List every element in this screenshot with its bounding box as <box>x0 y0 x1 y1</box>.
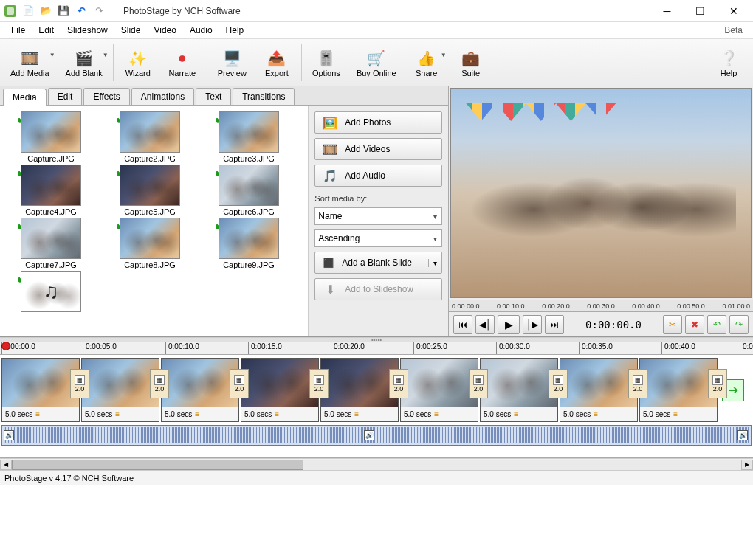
transition-badge[interactable]: ▦ 2.0 <box>708 369 727 398</box>
grip-icon[interactable]: ≡ <box>354 410 359 418</box>
options-button[interactable]: 🎚️Options <box>306 46 346 80</box>
undo-button[interactable]: ↶ <box>707 315 726 334</box>
preview-viewport[interactable] <box>450 88 752 298</box>
scroll-track[interactable] <box>12 460 741 470</box>
grip-icon[interactable]: ≡ <box>514 410 518 418</box>
menu-file[interactable]: File <box>4 24 32 37</box>
sort-field-select[interactable]: Name <box>314 207 442 225</box>
maximize-button[interactable]: ☐ <box>684 0 717 22</box>
clip-duration-bar[interactable]: 5.0 secs ≡ <box>162 407 238 421</box>
chevron-down-icon[interactable]: ▾ <box>428 259 441 267</box>
transition-badge[interactable]: ▦ 2.0 <box>469 369 488 398</box>
tab-animations[interactable]: Animations <box>131 88 194 105</box>
wizard-button[interactable]: ✨Wizard <box>118 46 158 80</box>
timeline-scrollbar[interactable]: ◀ ▶ <box>0 458 753 470</box>
delete-button[interactable]: ✖ <box>685 315 704 334</box>
media-thumb[interactable]: ✔Capture9.JPG <box>201 218 297 269</box>
menu-slideshow[interactable]: Slideshow <box>61 24 114 37</box>
media-thumb[interactable]: ✔Capture8.JPG <box>102 218 198 269</box>
menu-audio[interactable]: Audio <box>183 24 219 37</box>
audio-track[interactable]: 🔊 🔊 🔊 <box>1 425 752 446</box>
help-button[interactable]: ❔Help <box>709 46 749 80</box>
transition-badge[interactable]: ▦ 2.0 <box>389 369 408 398</box>
tab-edit[interactable]: Edit <box>48 88 83 105</box>
add-videos-button[interactable]: 🎞️Add Videos <box>314 138 442 160</box>
timeline-clip[interactable]: 5.0 secs ≡ ▦ 2.0 <box>81 358 159 422</box>
transition-badge[interactable]: ▦ 2.0 <box>150 369 169 398</box>
media-thumb[interactable]: ✔Capture.JPG <box>3 111 99 163</box>
add-blank-button[interactable]: 🎬Add Blank▼ <box>60 46 109 80</box>
open-button[interactable]: 📂 <box>38 4 53 18</box>
add-media-button[interactable]: 🎞️Add Media▼ <box>4 46 55 80</box>
grip-icon[interactable]: ≡ <box>275 410 279 418</box>
timeline-ruler[interactable]: 0:00:00.0 0:00:05.0 0:00:10.0 0:00:15.0 … <box>0 342 753 355</box>
menu-video[interactable]: Video <box>147 24 182 37</box>
timeline-clip[interactable]: 5.0 secs ≡ ▦ 2.0 <box>241 358 319 422</box>
timeline-clip[interactable]: 5.0 secs ≡ ▦ 2.0 <box>161 358 239 422</box>
playhead[interactable] <box>1 342 10 350</box>
scroll-left-button[interactable]: ◀ <box>0 460 12 470</box>
media-thumb[interactable]: ✔Capture6.JPG <box>201 165 297 216</box>
media-thumb[interactable]: ✔Capture5.JPG <box>102 165 198 216</box>
transition-badge[interactable]: ▦ 2.0 <box>549 369 568 398</box>
export-button[interactable]: 📤Export <box>257 46 297 80</box>
minimize-button[interactable]: ─ <box>650 0 684 22</box>
speaker-icon[interactable]: 🔊 <box>737 430 748 440</box>
timeline-clip[interactable]: 5.0 secs ≡ ▦ 2.0 <box>480 358 558 422</box>
add-to-slideshow-button[interactable]: ⬇Add to Slideshow <box>314 278 442 300</box>
share-button[interactable]: 👍Share▼ <box>407 46 447 80</box>
clip-duration-bar[interactable]: 5.0 secs ≡ <box>401 407 478 421</box>
play-button[interactable]: ▶ <box>498 315 520 334</box>
timeline-clip[interactable]: 5.0 secs ≡ ▦ 2.0 <box>639 358 718 422</box>
transition-badge[interactable]: ▦ 2.0 <box>309 369 329 398</box>
clip-duration-bar[interactable]: 5.0 secs ≡ <box>560 407 637 421</box>
transition-badge[interactable]: ▦ 2.0 <box>230 369 249 398</box>
close-button[interactable]: ✕ <box>717 0 750 22</box>
buy-online-button[interactable]: 🛒Buy Online <box>351 46 402 80</box>
add-audio-button[interactable]: 🎵Add Audio <box>314 165 442 187</box>
grip-icon[interactable]: ≡ <box>594 410 598 418</box>
transition-badge[interactable]: ▦ 2.0 <box>628 369 647 398</box>
step-back-button[interactable]: ◀│ <box>475 315 495 334</box>
media-thumb[interactable]: ✔Capture2.JPG <box>102 111 198 163</box>
tab-effects[interactable]: Effects <box>83 88 129 105</box>
timeline[interactable]: 5.0 secs ≡ ▦ 2.0 5.0 secs ≡ ▦ 2.0 5.0 se… <box>0 355 753 458</box>
clip-duration-bar[interactable]: 5.0 secs ≡ <box>640 407 717 421</box>
clip-duration-bar[interactable]: 5.0 secs ≡ <box>321 407 398 421</box>
media-thumb-audio[interactable]: ✔♫ <box>3 271 99 312</box>
suite-button[interactable]: 💼Suite <box>451 46 491 80</box>
grip-icon[interactable]: ≡ <box>673 410 678 418</box>
tab-text[interactable]: Text <box>196 88 231 105</box>
narrate-button[interactable]: ●Narrate <box>162 46 202 80</box>
redo-button[interactable]: ↷ <box>92 4 106 18</box>
clip-duration-bar[interactable]: 5.0 secs ≡ <box>241 407 318 421</box>
chevron-down-icon[interactable]: ▼ <box>103 52 109 58</box>
scroll-thumb[interactable] <box>12 460 303 470</box>
media-thumb[interactable]: ✔Capture3.JPG <box>201 111 297 163</box>
tab-media[interactable]: Media <box>3 89 47 106</box>
menu-slide[interactable]: Slide <box>114 24 148 37</box>
clip-duration-bar[interactable]: 5.0 secs ≡ <box>2 407 79 421</box>
add-blank-slide-button[interactable]: ◼️Add a Blank Slide▾ <box>314 252 442 274</box>
sort-direction-select[interactable]: Ascending <box>314 229 442 247</box>
step-forward-button[interactable]: │▶ <box>523 315 542 334</box>
timeline-clip[interactable]: 5.0 secs ≡ ▦ 2.0 <box>1 358 80 422</box>
save-button[interactable]: 💾 <box>56 4 71 18</box>
transition-badge[interactable]: ▦ 2.0 <box>70 369 89 398</box>
clip-duration-bar[interactable]: 5.0 secs ≡ <box>82 407 159 421</box>
grip-icon[interactable]: ≡ <box>35 410 40 418</box>
timeline-clip[interactable]: 5.0 secs ≡ ▦ 2.0 <box>400 358 478 422</box>
timeline-clip[interactable]: 5.0 secs ≡ ▦ 2.0 <box>560 358 638 422</box>
add-photos-button[interactable]: 🖼️Add Photos <box>314 111 442 134</box>
chevron-down-icon[interactable]: ▼ <box>441 52 447 58</box>
speaker-icon[interactable]: 🔊 <box>4 430 14 440</box>
go-start-button[interactable]: ⏮ <box>453 315 472 334</box>
grip-icon[interactable]: ≡ <box>434 410 439 418</box>
scroll-right-button[interactable]: ▶ <box>741 460 753 470</box>
menu-edit[interactable]: Edit <box>32 24 61 37</box>
clip-duration-bar[interactable]: 5.0 secs ≡ <box>481 407 557 421</box>
grip-icon[interactable]: ≡ <box>195 410 199 418</box>
new-button[interactable]: 📄 <box>21 4 35 18</box>
media-thumb[interactable]: ✔Capture7.JPG <box>3 218 99 269</box>
undo-button[interactable]: ↶ <box>74 4 89 18</box>
